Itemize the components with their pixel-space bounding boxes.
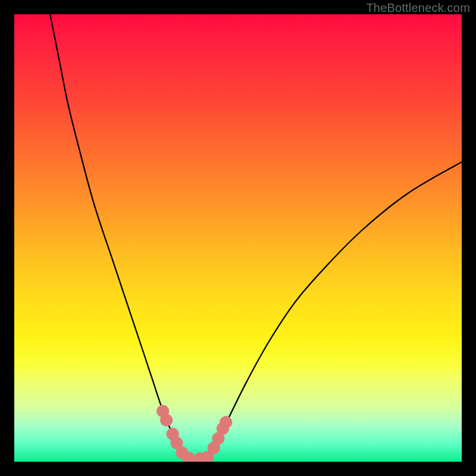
- chart-gradient-area: [14, 14, 462, 462]
- marker-group: [157, 405, 232, 462]
- curve-marker: [220, 416, 232, 428]
- bottleneck-curve: [50, 14, 462, 461]
- curve-marker: [161, 414, 173, 426]
- watermark-text: TheBottleneck.com: [366, 1, 470, 15]
- bottleneck-chart: [14, 14, 462, 462]
- curve-marker: [183, 452, 195, 462]
